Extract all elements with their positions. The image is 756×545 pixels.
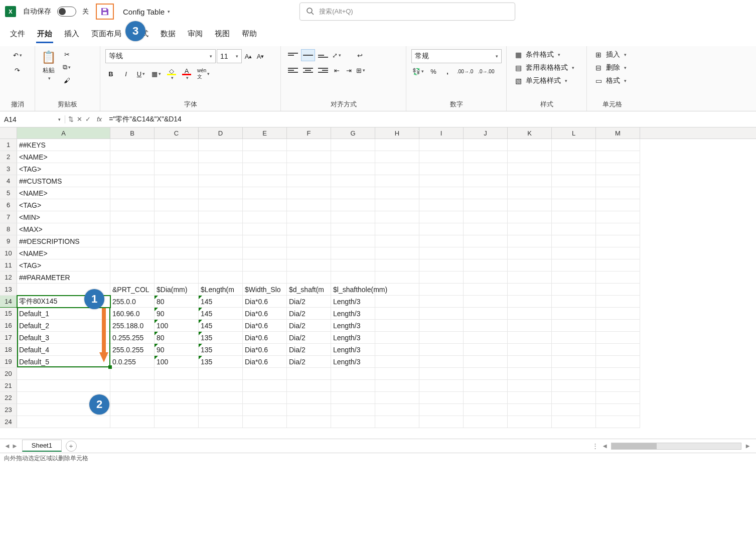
cell[interactable]: [110, 368, 155, 380]
tab-file[interactable]: 文件: [9, 28, 26, 43]
cell[interactable]: Length/3: [331, 320, 375, 332]
col-header-J[interactable]: J: [464, 127, 508, 139]
cell[interactable]: [419, 187, 464, 199]
cell[interactable]: [331, 151, 375, 163]
col-header-C[interactable]: C: [155, 127, 199, 139]
autosave-toggle[interactable]: [57, 7, 76, 17]
cell[interactable]: [243, 380, 287, 392]
row-header[interactable]: 4: [0, 175, 17, 187]
cell[interactable]: Dia*0.6: [243, 320, 287, 332]
cell[interactable]: Length/3: [331, 332, 375, 344]
cell[interactable]: [243, 175, 287, 187]
cell[interactable]: [331, 223, 375, 235]
cell[interactable]: [110, 223, 155, 235]
cell[interactable]: [508, 235, 552, 247]
row-header[interactable]: 7: [0, 211, 17, 223]
cell[interactable]: [110, 151, 155, 163]
cell[interactable]: [331, 247, 375, 259]
align-right-button[interactable]: [316, 64, 330, 76]
cell[interactable]: 90: [155, 344, 199, 356]
cell[interactable]: [110, 139, 155, 151]
row-header[interactable]: 19: [0, 356, 17, 368]
format-painter-button[interactable]: 🖌: [61, 75, 72, 85]
row-header[interactable]: 18: [0, 344, 17, 356]
tab-insert[interactable]: 插入: [63, 28, 80, 43]
cell[interactable]: [243, 139, 287, 151]
cell[interactable]: [155, 235, 199, 247]
select-all-corner[interactable]: [0, 127, 17, 139]
save-icon[interactable]: [100, 7, 110, 17]
cell[interactable]: [287, 380, 331, 392]
cell[interactable]: [596, 211, 640, 223]
cell[interactable]: [596, 320, 640, 332]
cell[interactable]: [199, 271, 243, 284]
underline-button[interactable]: U▾: [135, 69, 146, 79]
cell[interactable]: 135: [199, 332, 243, 344]
cell[interactable]: [287, 271, 331, 284]
cell[interactable]: [596, 187, 640, 199]
cell[interactable]: [243, 235, 287, 247]
fill-color-button[interactable]: ◇▾: [166, 66, 177, 81]
cell[interactable]: [552, 308, 596, 320]
cell[interactable]: [419, 199, 464, 211]
cell[interactable]: [552, 344, 596, 356]
cell[interactable]: [199, 187, 243, 199]
cell[interactable]: [287, 404, 331, 416]
cell[interactable]: [419, 284, 464, 296]
scroll-right-icon[interactable]: ►: [744, 442, 751, 450]
cell[interactable]: [552, 320, 596, 332]
cell[interactable]: [375, 271, 419, 284]
cell[interactable]: [419, 320, 464, 332]
cell[interactable]: [508, 211, 552, 223]
cell[interactable]: 135: [199, 344, 243, 356]
cell[interactable]: [464, 416, 508, 428]
cell[interactable]: [508, 308, 552, 320]
cell[interactable]: [375, 356, 419, 368]
font-name-select[interactable]: 等线▾: [105, 49, 216, 63]
cell[interactable]: $Dia(mm): [155, 284, 199, 296]
cell[interactable]: [375, 211, 419, 223]
cell[interactable]: [552, 356, 596, 368]
cell[interactable]: [464, 380, 508, 392]
cell[interactable]: [287, 163, 331, 175]
cell[interactable]: [110, 235, 155, 247]
cell[interactable]: [508, 199, 552, 211]
cell[interactable]: [331, 392, 375, 404]
cell[interactable]: [243, 404, 287, 416]
cell[interactable]: [287, 247, 331, 259]
cell[interactable]: [419, 332, 464, 344]
italic-button[interactable]: I: [120, 69, 131, 79]
cell[interactable]: <TAG>: [17, 163, 110, 175]
cell[interactable]: [508, 271, 552, 284]
cell[interactable]: [508, 416, 552, 428]
cell[interactable]: [199, 247, 243, 259]
cell[interactable]: Default_1: [17, 308, 110, 320]
row-header[interactable]: 17: [0, 332, 17, 344]
cell[interactable]: [110, 271, 155, 284]
cell[interactable]: [155, 247, 199, 259]
cell[interactable]: 255.188.0: [110, 320, 155, 332]
cell[interactable]: 0.0.255: [110, 356, 155, 368]
cell[interactable]: [110, 416, 155, 428]
col-header-M[interactable]: M: [596, 127, 640, 139]
cell[interactable]: [508, 404, 552, 416]
cell[interactable]: &PRT_COL: [110, 284, 155, 296]
cell[interactable]: [464, 284, 508, 296]
cell[interactable]: [199, 416, 243, 428]
row-header[interactable]: 10: [0, 247, 17, 259]
align-center-button[interactable]: [301, 64, 315, 76]
cell[interactable]: [331, 259, 375, 271]
cell[interactable]: [287, 416, 331, 428]
cell[interactable]: [17, 380, 110, 392]
cell[interactable]: [464, 163, 508, 175]
cell[interactable]: [375, 151, 419, 163]
row-header[interactable]: 5: [0, 187, 17, 199]
search-input[interactable]: 搜索(Alt+Q): [299, 3, 515, 21]
cell[interactable]: [199, 223, 243, 235]
cell[interactable]: [552, 368, 596, 380]
row-header[interactable]: 12: [0, 271, 17, 284]
cut-button[interactable]: ✂: [61, 49, 72, 59]
cell[interactable]: [110, 247, 155, 259]
cell[interactable]: [419, 271, 464, 284]
cell[interactable]: [110, 199, 155, 211]
